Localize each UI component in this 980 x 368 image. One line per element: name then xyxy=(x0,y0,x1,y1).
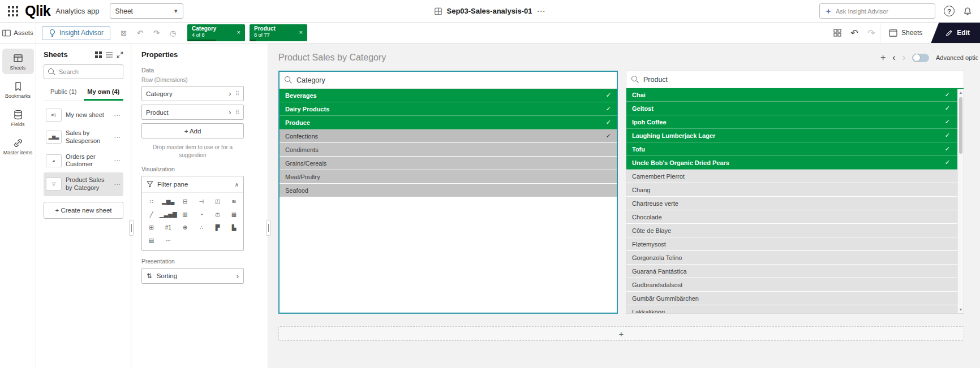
waterfall-chart-icon[interactable]: ▙ xyxy=(226,221,242,234)
pie-chart-icon[interactable]: ◔ xyxy=(193,208,209,221)
add-dimension-button[interactable]: + Add xyxy=(141,123,244,138)
chevron-right-icon[interactable]: › xyxy=(229,108,231,116)
advanced-options-toggle[interactable] xyxy=(912,54,929,62)
bullet-chart-icon[interactable]: ⊣ xyxy=(193,195,209,208)
chip-close-icon[interactable]: × xyxy=(299,29,303,36)
product-scrollbar[interactable]: ▲ ▼ xyxy=(957,89,964,313)
chip-close-icon[interactable]: × xyxy=(237,29,240,36)
scroll-down-icon[interactable]: ▼ xyxy=(958,308,964,311)
sheet-item-more-button[interactable]: ⋯ xyxy=(114,111,121,119)
kpi-icon[interactable]: #1 xyxy=(160,221,177,234)
scatter-plot-icon[interactable]: ∴ xyxy=(193,221,209,234)
expand-panel-icon[interactable] xyxy=(117,51,123,58)
sidebar-item-sheets[interactable]: Sheets xyxy=(2,49,34,74)
sheet-item-more-button[interactable]: ⋯ xyxy=(114,180,121,188)
mekko-chart-icon[interactable]: ▥ xyxy=(177,208,194,221)
redo-button[interactable]: ↷ xyxy=(863,28,880,38)
sorting-row[interactable]: ⇅ Sorting › xyxy=(141,268,244,284)
map-icon[interactable]: ⊕ xyxy=(177,221,194,234)
more-charts-icon[interactable]: ⋯ xyxy=(160,234,177,247)
dimension-field[interactable]: Product › ⠿ xyxy=(141,105,244,120)
bar-chart-icon[interactable]: ▂▆▄ xyxy=(160,195,177,208)
sheet-list-item[interactable]: #1 My new sheet ⋯ xyxy=(44,105,123,125)
insight-advisor-search[interactable] xyxy=(819,3,935,19)
filter-list-item[interactable]: Laughing Lumberjack Lager ✓ xyxy=(626,129,964,142)
selections-forward-icon[interactable]: ↷ xyxy=(149,25,164,41)
chevron-right-icon[interactable]: › xyxy=(229,89,231,98)
filter-list-item[interactable]: Meat/Poultry xyxy=(280,170,617,184)
sheet-selector-dropdown[interactable]: Sheet ▾ xyxy=(110,3,183,19)
filter-list-item[interactable]: Tofu ✓ xyxy=(626,142,964,156)
sheet-list-item[interactable]: ▂▆▃ Sales by Salesperson ⋯ xyxy=(44,125,123,149)
app-launcher-icon[interactable] xyxy=(8,6,18,16)
filter-list-item[interactable]: Produce ✓ xyxy=(280,116,617,129)
filter-list-item[interactable]: Côte de Blaye xyxy=(626,224,964,237)
selections-back-icon[interactable]: ↶ xyxy=(132,25,148,41)
filter-list-item[interactable]: Confections ✓ xyxy=(280,129,617,143)
treemap-icon[interactable]: ▛ xyxy=(209,221,226,234)
filter-list-item[interactable]: Grains/Cereals xyxy=(280,157,617,170)
sidebar-item-master-items[interactable]: Master items xyxy=(2,133,34,159)
filter-list-item[interactable]: Chartreuse verte xyxy=(626,197,964,210)
sheet-item-more-button[interactable]: ⋯ xyxy=(114,133,121,141)
text-image-icon[interactable]: ▤ xyxy=(143,234,160,247)
add-sheet-icon[interactable]: + xyxy=(880,53,886,63)
scroll-up-icon[interactable]: ▲ xyxy=(958,90,964,94)
line-chart-icon[interactable]: ╱ xyxy=(143,208,160,221)
tab-public[interactable]: Public (1) xyxy=(44,85,84,101)
sheet-item-more-button[interactable]: ⋯ xyxy=(114,157,121,164)
pivot-table-icon[interactable]: ⊞ xyxy=(143,221,160,234)
filter-list-item[interactable]: Chocolade xyxy=(626,210,964,224)
histogram-icon[interactable]: ▁▃▅▇ xyxy=(160,208,177,221)
filter-list-item[interactable]: Ipoh Coffee ✓ xyxy=(626,115,964,129)
filter-list-item[interactable]: Geitost ✓ xyxy=(626,102,964,115)
next-sheet-icon[interactable]: › xyxy=(902,53,905,63)
help-button[interactable]: ? xyxy=(944,6,955,16)
previous-sheet-icon[interactable]: ‹ xyxy=(892,53,895,63)
sheet-list-item[interactable]: ▽ Product Sales by Category ⋯ xyxy=(44,172,123,196)
selection-chip[interactable]: Product 8 of 77 × xyxy=(250,24,307,41)
clear-selections-icon[interactable]: ⊠ xyxy=(116,25,131,41)
product-filter-pane[interactable]: Product Chai ✓ Geitost ✓ xyxy=(626,71,964,314)
filter-list-item[interactable]: Condiments xyxy=(280,143,617,157)
drag-handle-icon[interactable]: ⠿ xyxy=(235,90,239,97)
filter-list-item[interactable]: Chai ✓ xyxy=(626,88,964,102)
category-pane-header[interactable]: Category xyxy=(280,72,617,89)
drag-handle-icon[interactable]: ⠿ xyxy=(235,109,239,115)
gauge-icon[interactable]: ◴ xyxy=(209,208,226,221)
document-more-button[interactable]: ⋯ xyxy=(537,6,546,16)
sheets-search-box[interactable] xyxy=(44,64,123,79)
filter-list-item[interactable]: Uncle Bob's Organic Dried Pears ✓ xyxy=(626,156,964,170)
filter-list-item[interactable]: Chang xyxy=(626,183,964,197)
list-view-icon[interactable] xyxy=(106,51,113,58)
filter-list-item[interactable]: Seafood xyxy=(280,184,617,197)
notifications-bell-icon[interactable] xyxy=(963,7,972,16)
sheet-list-item[interactable]: ◕ Orders per Customer ⋯ xyxy=(44,149,123,173)
sidebar-item-bookmarks[interactable]: Bookmarks xyxy=(2,77,34,102)
filter-list-item[interactable]: Dairy Products ✓ xyxy=(280,102,617,116)
insight-advisor-input[interactable] xyxy=(836,8,930,15)
properties-panel-collapse-handle[interactable] xyxy=(266,220,270,236)
filter-list-item[interactable]: Guaraná Fantástica xyxy=(626,265,964,278)
filter-list-item[interactable]: Beverages ✓ xyxy=(280,89,617,102)
grid-view-icon[interactable] xyxy=(95,51,102,58)
sheets-nav-button[interactable]: Sheets xyxy=(880,23,931,43)
table-icon[interactable]: ▦ xyxy=(226,208,242,221)
sidebar-item-fields[interactable]: Fields xyxy=(2,105,34,131)
add-row-button[interactable]: + xyxy=(278,326,964,341)
filter-list-item[interactable]: Gudbrandsdalsost xyxy=(626,278,964,292)
filter-list-item[interactable]: Camembert Pierrot xyxy=(626,170,964,183)
filter-list-item[interactable]: Lakkalikööri xyxy=(626,305,964,314)
edit-button[interactable]: Edit xyxy=(931,23,980,43)
filter-list-item[interactable]: Gorgonzola Telino xyxy=(626,251,964,265)
selections-history-icon[interactable]: ◷ xyxy=(165,25,180,41)
tab-my-own[interactable]: My own (4) xyxy=(84,85,124,101)
sheets-panel-collapse-handle[interactable] xyxy=(129,220,134,236)
sheets-search-input[interactable] xyxy=(59,68,119,75)
undo-button[interactable]: ↶ xyxy=(846,28,863,38)
assets-button[interactable]: Assets xyxy=(0,23,36,43)
distribution-plot-icon[interactable]: ∷ xyxy=(143,195,160,208)
layout-grid-icon[interactable] xyxy=(829,24,846,41)
chevron-up-icon[interactable]: ∧ xyxy=(235,181,239,188)
combo-chart-icon[interactable]: ≋ xyxy=(226,195,242,208)
